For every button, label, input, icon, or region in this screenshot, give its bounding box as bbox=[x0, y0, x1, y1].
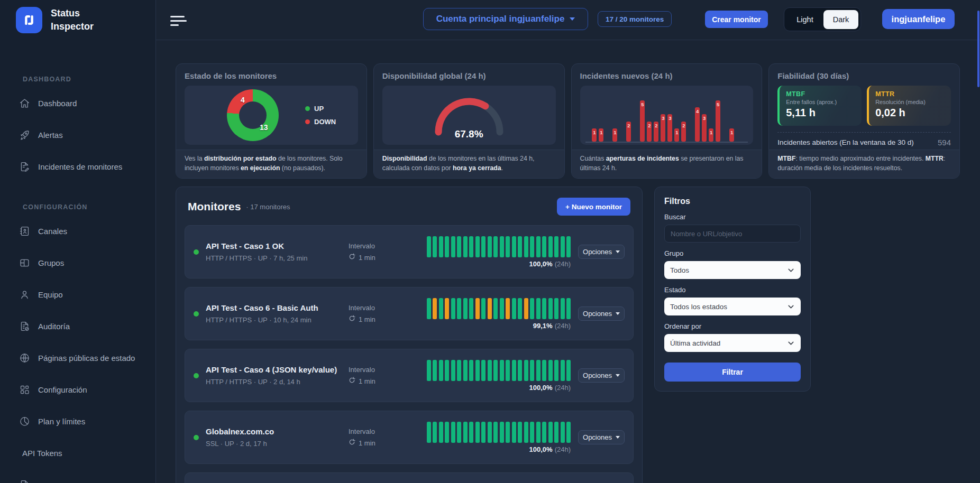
uptime-bar bbox=[463, 298, 468, 319]
options-button[interactable]: Opciones bbox=[578, 245, 625, 259]
interval-label: Intervalo bbox=[349, 242, 417, 250]
uptime-bars[interactable] bbox=[427, 422, 571, 443]
sidebar-item-incidentes-de-monitores[interactable]: Incidentes de monitores bbox=[0, 151, 155, 182]
sidebar-item-equipo[interactable]: Equipo bbox=[0, 278, 155, 310]
uptime-bar bbox=[433, 360, 437, 381]
uptime-bars[interactable] bbox=[427, 298, 571, 319]
uptime-bar bbox=[518, 298, 522, 319]
sidebar-item-label: Auditoría bbox=[38, 322, 70, 331]
mttr-value: 0,02 h bbox=[875, 107, 945, 119]
uptime-bar bbox=[518, 360, 522, 381]
uptime-block: 99,1%(24h) bbox=[427, 298, 571, 330]
uptime-bar bbox=[488, 360, 492, 381]
uptime-bar bbox=[439, 236, 443, 257]
open-incidents-label: Incidentes abiertos (En la ventana de 30… bbox=[777, 138, 913, 146]
mttr-box: MTTR Resolución (media) 0,02 h bbox=[867, 86, 951, 126]
uptime-bar bbox=[530, 360, 534, 381]
globe-icon bbox=[19, 352, 30, 364]
incident-bar: 1 bbox=[592, 128, 597, 142]
sidebar-item-canales[interactable]: Canales bbox=[0, 215, 155, 247]
uptime-bar bbox=[451, 236, 455, 257]
sidebar-item-grupos[interactable]: Grupos bbox=[0, 247, 155, 278]
new-incidents-card: Incidentes nuevos (24 h) 111252233124315… bbox=[571, 63, 763, 179]
search-label: Buscar bbox=[664, 213, 801, 221]
uptime-bar bbox=[445, 422, 449, 443]
user-menu-button[interactable]: ingjuanfelipe bbox=[882, 9, 955, 29]
group-select[interactable]: Todos bbox=[664, 261, 801, 279]
uptime-bar bbox=[536, 360, 541, 381]
sidebar-item-paginas-publicas-de-estado[interactable]: Páginas públicas de estado bbox=[0, 342, 155, 374]
options-button[interactable]: Opciones bbox=[578, 368, 625, 383]
status-donut-chart: 4 13 UPDOWN bbox=[185, 86, 358, 145]
state-label: Estado bbox=[664, 286, 801, 294]
interval-text: 1 min bbox=[359, 254, 375, 262]
status-up-dot-icon bbox=[194, 249, 199, 255]
theme-dark-button[interactable]: Dark bbox=[823, 10, 858, 29]
user-icon bbox=[19, 289, 30, 300]
main-area: Cuenta principal ingjuanfelipe 17 / 20 m… bbox=[156, 0, 980, 483]
uptime-bar bbox=[536, 422, 541, 443]
filter-submit-button[interactable]: Filtrar bbox=[664, 363, 801, 382]
uptime-bar bbox=[530, 236, 534, 257]
sort-select-value: Última actividad bbox=[670, 339, 720, 347]
uptime-bar bbox=[463, 422, 468, 443]
sort-select[interactable]: Última actividad bbox=[664, 334, 801, 352]
account-dropdown[interactable]: Cuenta principal ingjuanfelipe bbox=[423, 8, 588, 30]
uptime-bar bbox=[542, 298, 546, 319]
monitor-meta: HTTP / HTTPS · UP · 7 h, 25 min bbox=[206, 254, 349, 262]
new-monitor-button[interactable]: + Nuevo monitor bbox=[557, 198, 630, 216]
uptime-percent: 100,0%(24h) bbox=[529, 384, 571, 392]
sidebar-item-item[interactable] bbox=[0, 469, 155, 483]
sidebar-item-label: Incidentes de monitores bbox=[38, 162, 122, 171]
sidebar-item-plan-y-limites[interactable]: Plan y límites bbox=[0, 405, 155, 437]
stats-row: Estado de los monitores 4 13 UPDOWN Ves … bbox=[176, 63, 960, 179]
uptime-bar bbox=[451, 298, 455, 319]
uptime-bar bbox=[554, 236, 558, 257]
mtbf-label: MTBF bbox=[786, 90, 855, 98]
sidebar-item-label: API Tokens bbox=[22, 449, 62, 458]
uptime-bar bbox=[530, 298, 534, 319]
card-title: Incidentes nuevos (24 h) bbox=[580, 71, 754, 80]
chevron-down-icon bbox=[616, 374, 620, 377]
state-select-value: Todos los estados bbox=[670, 303, 727, 311]
app-logo[interactable]: Status Inspector bbox=[0, 0, 155, 33]
legend-item-down: DOWN bbox=[305, 118, 336, 126]
monitor-info: API Test - Caso 4 (JSON key/value)HTTP /… bbox=[206, 365, 349, 386]
monitor-row: API Test - Caso 6 - Basic AuthHTTP / HTT… bbox=[185, 287, 634, 340]
sidebar-item-label: Equipo bbox=[38, 290, 63, 299]
monitor-row: API Test - Caso 4 (JSON key/value)HTTP /… bbox=[185, 349, 634, 402]
options-button[interactable]: Opciones bbox=[578, 306, 625, 321]
uptime-bar bbox=[469, 298, 473, 319]
interval-label: Intervalo bbox=[349, 304, 417, 312]
sidebar-item-configuracion[interactable]: Configuración bbox=[0, 374, 155, 405]
app-title-line2: Inspector bbox=[51, 20, 94, 33]
monitor-interval: Intervalo1 min bbox=[349, 304, 417, 323]
options-label: Opciones bbox=[583, 371, 612, 379]
sidebar-item-label: Plan y límites bbox=[38, 417, 85, 426]
availability-gauge-chart: 67.8% bbox=[382, 86, 556, 145]
sidebar-item-alertas[interactable]: Alertas bbox=[0, 119, 155, 151]
options-button[interactable]: Opciones bbox=[578, 430, 625, 444]
uptime-bars[interactable] bbox=[427, 360, 571, 381]
sidebar-item-auditoria[interactable]: Auditoría bbox=[0, 310, 155, 342]
create-monitor-button[interactable]: Crear monitor bbox=[705, 11, 768, 28]
uptime-bar bbox=[433, 422, 437, 443]
search-input[interactable] bbox=[664, 225, 801, 243]
uptime-bar bbox=[488, 422, 492, 443]
uptime-bars[interactable] bbox=[427, 236, 571, 257]
chart-legend: UPDOWN bbox=[305, 105, 336, 126]
sidebar-item-dashboard[interactable]: Dashboard bbox=[0, 87, 155, 119]
options-label: Opciones bbox=[583, 433, 612, 441]
scrollbar-thumb[interactable] bbox=[977, 11, 979, 87]
theme-toggle: Light Dark bbox=[784, 7, 861, 31]
menu-toggle-button[interactable] bbox=[170, 16, 187, 28]
mtbf-box: MTBF Entre fallos (aprox.) 5,11 h bbox=[777, 86, 862, 126]
theme-light-button[interactable]: Light bbox=[786, 15, 823, 24]
dashboard-content: Estado de los monitores 4 13 UPDOWN Ves … bbox=[156, 40, 980, 483]
uptime-percent: 99,1%(24h) bbox=[533, 322, 571, 330]
state-select[interactable]: Todos los estados bbox=[664, 298, 801, 315]
status-up-dot-icon bbox=[194, 311, 199, 317]
interval-text: 1 min bbox=[359, 315, 375, 323]
sidebar-item-api-tokens[interactable]: API Tokens bbox=[0, 437, 155, 469]
monitor-interval: Intervalo1 min bbox=[349, 428, 417, 447]
